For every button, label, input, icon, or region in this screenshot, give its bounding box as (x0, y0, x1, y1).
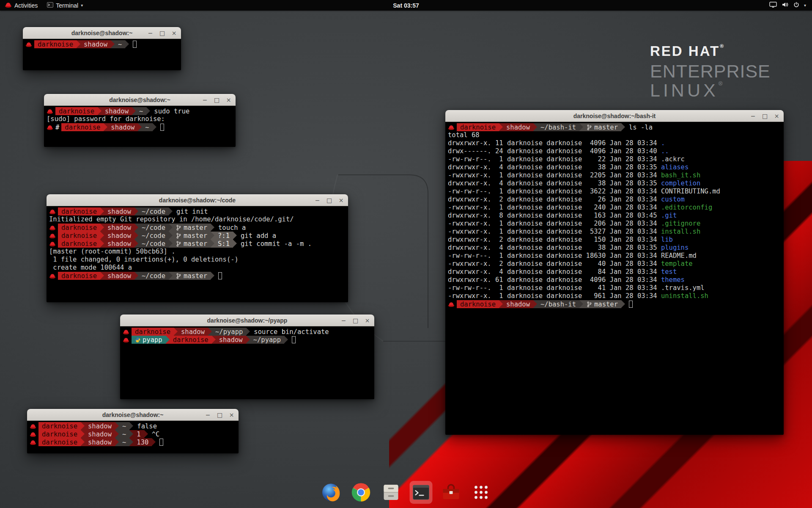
prompt-line: darknoiseshadow~sudo true (47, 107, 233, 115)
prompt-segment-user: darknoise (55, 107, 98, 115)
dock (320, 481, 493, 504)
maximize-button[interactable]: □ (217, 412, 223, 418)
terminal-content[interactable]: darknoiseshadow~/codegit initInitialized… (47, 206, 348, 302)
prompt-segment-host: shadow (503, 300, 533, 308)
prompt-segment-git: master (583, 123, 621, 131)
window-controls: −□× (340, 315, 370, 326)
chevron-down-icon: ▾ (81, 3, 83, 8)
activities-button[interactable]: Activities (0, 0, 42, 11)
output-line: -rwxrwxr-x. 1 darknoise darknoise 240 Ja… (448, 204, 781, 212)
powerline-separator (153, 123, 156, 131)
dock-item-firefox[interactable] (320, 481, 343, 504)
minimize-button[interactable]: − (147, 30, 154, 36)
prompt-segment-host: shadow (85, 438, 115, 446)
terminal-content[interactable]: darknoiseshadow~ (23, 39, 181, 70)
app-menu-label: Terminal (56, 2, 78, 9)
minimize-button[interactable]: − (314, 197, 321, 203)
close-button[interactable]: × (338, 197, 344, 203)
powerline-separator (81, 422, 85, 430)
maximize-button[interactable]: □ (762, 113, 768, 119)
command-text: ls -la (629, 124, 653, 131)
powerline-separator (115, 422, 119, 430)
powerline-separator (174, 328, 178, 336)
powerline-separator (125, 40, 129, 48)
prompt-segment-gstat: ?:1 (214, 232, 233, 240)
prompt-segment-git: master (173, 232, 211, 240)
maximize-button[interactable]: □ (214, 97, 220, 103)
powerline-separator (134, 232, 138, 240)
powerline-separator (211, 272, 214, 280)
powerline-separator (115, 438, 119, 446)
prompt-segment-path: ~ (142, 123, 152, 131)
redhat-icon (49, 241, 56, 247)
redhat-icon (49, 209, 56, 215)
redhat-icon (123, 329, 129, 335)
window-titlebar[interactable]: darknoise@shadow:~−□× (27, 409, 239, 421)
output-line: [master (root-commit) 50bcb63] . (49, 248, 346, 256)
redhat-icon (123, 337, 129, 343)
minimize-button[interactable]: − (340, 318, 347, 323)
minimize-button[interactable]: − (202, 97, 208, 103)
terminal-content[interactable]: darknoiseshadow~/pyappsource bin/activat… (120, 326, 374, 399)
terminal-content[interactable]: darknoiseshadow~falsedarknoiseshadow~1^C… (27, 421, 239, 453)
minimize-button[interactable]: − (750, 113, 756, 119)
dock-item-chrome[interactable] (350, 481, 373, 504)
window-titlebar[interactable]: darknoise@shadow:~/pyapp−□× (120, 315, 374, 326)
system-status-area[interactable]: ▾ (763, 0, 812, 11)
powerline-separator (621, 300, 625, 308)
window-titlebar[interactable]: darknoise@shadow:~/code−□× (47, 194, 348, 206)
close-button[interactable]: × (774, 113, 780, 119)
close-button[interactable]: × (171, 30, 177, 36)
terminal-content[interactable]: darknoiseshadow~/bash-itmasterls -latota… (445, 122, 784, 435)
dock-item-app-grid[interactable] (470, 481, 493, 504)
maximize-button[interactable]: □ (352, 318, 359, 323)
command-text: false (137, 422, 157, 430)
prompt-segment-host: shadow (104, 272, 134, 280)
maximize-button[interactable]: □ (159, 30, 165, 36)
git-branch-icon (176, 233, 181, 239)
git-branch-icon (587, 124, 592, 130)
window-titlebar[interactable]: darknoise@shadow:~/bash-it−□× (445, 110, 784, 122)
window-titlebar[interactable]: darknoise@shadow:~−□× (23, 27, 181, 39)
prompt-segment-path: ~/code (138, 232, 169, 240)
terminal-window: darknoise@shadow:~−□×darknoiseshadow~fal… (27, 409, 239, 453)
redhat-icon (30, 439, 36, 445)
git-branch-icon (176, 241, 181, 247)
terminal-window: darknoise@shadow:~−□×darknoiseshadow~sud… (44, 94, 236, 147)
window-titlebar[interactable]: darknoise@shadow:~−□× (44, 94, 236, 106)
clock[interactable]: Sat 03:57 (389, 0, 423, 11)
dock-item-files[interactable] (380, 481, 403, 504)
python-icon (135, 337, 140, 343)
dock-item-toolbox[interactable] (440, 481, 463, 504)
minimize-button[interactable]: − (205, 412, 211, 418)
command-text: sudo true (154, 108, 189, 115)
dock-item-terminal[interactable] (410, 481, 433, 504)
prompt-line: darknoiseshadow~/codemaster?:1git add a (49, 232, 346, 240)
output-line: create mode 100644 a (49, 264, 346, 272)
powerline-separator (132, 107, 136, 115)
powerline-separator (169, 207, 173, 215)
prompt-line: darknoiseshadow~ (25, 40, 178, 48)
prompt-segment-host: shadow (216, 336, 246, 344)
prompt-line: darknoiseshadow~130 (30, 438, 236, 446)
window-title: darknoise@shadow:~/bash-it (573, 113, 656, 119)
redhat-icon (49, 233, 56, 239)
terminal-cursor (159, 439, 163, 446)
prompt-segment-user: darknoise (170, 336, 212, 344)
powerline-separator (499, 300, 503, 308)
maximize-button[interactable]: □ (326, 197, 332, 203)
prompt-segment-user: darknoise (58, 232, 100, 240)
close-button[interactable]: × (225, 97, 232, 103)
terminal-content[interactable]: darknoiseshadow~sudo true[sudo] password… (44, 106, 236, 147)
powerline-separator (146, 107, 150, 115)
close-button[interactable]: × (228, 412, 235, 418)
prompt-segment-git: master (173, 240, 211, 248)
files-icon (381, 482, 401, 502)
app-menu[interactable]: Terminal ▾ (42, 0, 88, 11)
prompt-line: darknoiseshadow~/codegit init (49, 207, 346, 215)
brand-enterprise: ENTERPRISE (650, 62, 771, 81)
redhat-icon (47, 124, 53, 130)
prompt-segment-user: darknoise (58, 224, 100, 232)
close-button[interactable]: × (364, 318, 370, 323)
python-icon (135, 337, 140, 343)
